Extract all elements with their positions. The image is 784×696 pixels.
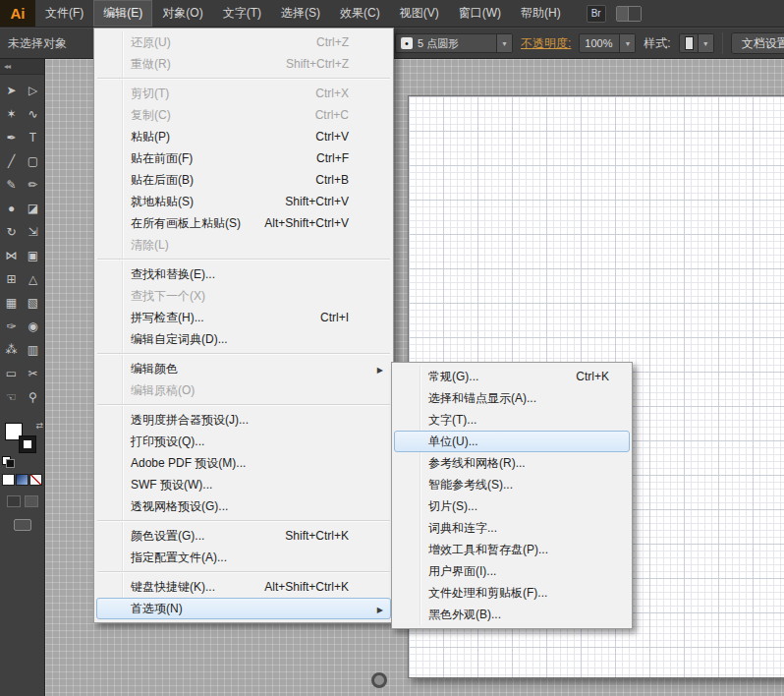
slice-tool[interactable]: ✂ [23, 362, 44, 385]
tool-icon: ↻ [6, 225, 16, 239]
preferences-submenu-item[interactable]: 选择和锚点显示(A)... ▶ [394, 387, 630, 409]
menubar-item[interactable]: 选择(S) [271, 0, 330, 27]
preferences-submenu-item[interactable]: 单位(U)... ▶ [394, 431, 630, 452]
menubar-item[interactable]: 效果(C) [330, 0, 390, 27]
mesh-tool[interactable]: ▦ [1, 291, 23, 315]
screen-mode-button[interactable] [14, 519, 31, 531]
rectangle-tool[interactable]: ▢ [23, 149, 44, 173]
edit-menu-item[interactable]: 透明度拼合器预设(J)... ▶ [96, 409, 391, 431]
pen-tool[interactable]: ✒ [1, 126, 23, 149]
menu-item-label: 首选项(N) [131, 601, 183, 617]
edit-menu-item[interactable]: 重做(R) Shift+Ctrl+Z ▶ [96, 53, 391, 75]
edit-menu-item[interactable]: ▶ [97, 568, 390, 576]
edit-menu-item[interactable]: 首选项(N) ▶ [96, 598, 391, 619]
pencil-tool[interactable]: ✏ [23, 173, 44, 197]
direct-selection-tool[interactable]: ▷ [23, 79, 44, 102]
symbol-sprayer-tool[interactable]: ⁂ [1, 338, 23, 362]
none-button[interactable] [29, 474, 42, 486]
edit-menu-item[interactable]: 就地粘贴(S) Shift+Ctrl+V ▶ [96, 191, 391, 212]
preferences-submenu-item[interactable]: 用户界面(I)... ▶ [394, 560, 630, 582]
selection-tool[interactable]: ➤ [1, 79, 23, 102]
edit-menu-item[interactable]: 贴在前面(F) Ctrl+F ▶ [96, 147, 391, 169]
bridge-button[interactable]: Br [587, 5, 606, 23]
default-fill-stroke-icon[interactable] [2, 456, 14, 466]
preferences-submenu-item[interactable]: 切片(S)... ▶ [394, 495, 630, 517]
edit-menu-item[interactable]: 复制(C) Ctrl+C ▶ [96, 104, 391, 126]
menu-item-shortcut: Shift+Ctrl+V [285, 195, 382, 208]
preferences-submenu-item[interactable]: 文字(T)... ▶ [394, 409, 630, 431]
edit-menu-item[interactable]: ▶ [97, 517, 390, 525]
column-graph-tool[interactable]: ▥ [23, 338, 44, 362]
menubar-item[interactable]: 对象(O) [152, 0, 212, 27]
edit-menu-item[interactable]: 编辑颜色 ▶ [96, 358, 391, 379]
free-transform-tool[interactable]: ▣ [23, 244, 44, 267]
preferences-submenu-item[interactable]: 词典和连字... ▶ [394, 517, 630, 539]
shape-builder-tool[interactable]: ⊞ [1, 267, 23, 291]
preferences-submenu-item[interactable]: 增效工具和暂存盘(P)... ▶ [394, 539, 630, 560]
edit-menu-item[interactable]: ▶ [97, 75, 390, 83]
width-tool[interactable]: ⋈ [1, 244, 23, 267]
edit-menu-item[interactable]: ▶ [97, 401, 390, 409]
artboard-tool[interactable]: ▭ [1, 362, 23, 385]
edit-menu-item[interactable]: 在所有画板上粘贴(S) Alt+Shift+Ctrl+V ▶ [96, 212, 391, 234]
eyedropper-tool[interactable]: ✑ [1, 315, 23, 338]
zoom-tool[interactable]: ⚲ [23, 385, 44, 409]
edit-menu-item[interactable]: 颜色设置(G)... Shift+Ctrl+K ▶ [96, 525, 391, 547]
edit-menu-item[interactable]: 编辑自定词典(D)... ▶ [96, 328, 391, 350]
preferences-submenu-item[interactable]: 黑色外观(B)... ▶ [394, 604, 630, 625]
blend-tool[interactable]: ◉ [23, 315, 44, 338]
edit-menu-item[interactable]: 透视网格预设(G)... ▶ [96, 495, 391, 517]
scale-tool[interactable]: ⇲ [23, 220, 44, 244]
color-button[interactable] [2, 474, 15, 486]
lasso-tool[interactable]: ∿ [23, 102, 44, 126]
opacity-select[interactable]: 100% ▼ [579, 33, 636, 53]
edit-menu-item[interactable]: 剪切(T) Ctrl+X ▶ [96, 83, 391, 104]
magic-wand-tool[interactable]: ✶ [1, 102, 23, 126]
edit-menu-item[interactable]: 查找和替换(E)... ▶ [96, 263, 391, 285]
menubar-item[interactable]: 帮助(H) [511, 0, 571, 27]
gradient-tool[interactable]: ▧ [23, 291, 44, 315]
document-setup-button[interactable]: 文档设置 [731, 32, 784, 54]
blob-brush-tool[interactable]: ● [1, 197, 23, 220]
brush-definition-select[interactable]: • 5 点圆形 ▼ [395, 33, 513, 53]
draw-behind-button[interactable] [25, 495, 38, 507]
eraser-tool[interactable]: ◪ [23, 197, 44, 220]
opacity-link[interactable]: 不透明度: [521, 35, 571, 52]
edit-menu-item[interactable]: 还原(U) Ctrl+Z ▶ [96, 31, 391, 53]
stroke-color-swatch[interactable] [19, 435, 36, 453]
hand-tool[interactable]: ☜ [1, 385, 23, 409]
type-tool[interactable]: T [23, 126, 44, 149]
menubar-item[interactable]: 文件(F) [35, 0, 93, 27]
draw-normal-button[interactable] [7, 495, 21, 507]
preferences-submenu-item[interactable]: 常规(G)... Ctrl+K ▶ [394, 366, 630, 387]
edit-menu-item[interactable]: 打印预设(Q)... ▶ [96, 431, 391, 452]
edit-menu-item[interactable]: 拼写检查(H)... Ctrl+I ▶ [96, 307, 391, 328]
menubar-item[interactable]: 编辑(E) [93, 0, 152, 27]
line-segment-tool[interactable]: ╱ [1, 149, 23, 173]
preferences-submenu-item[interactable]: 参考线和网格(R)... ▶ [394, 452, 630, 474]
preferences-submenu-item[interactable]: 文件处理和剪贴板(F)... ▶ [394, 582, 630, 604]
edit-menu-item[interactable]: 粘贴(P) Ctrl+V ▶ [96, 126, 391, 147]
edit-menu-item[interactable]: 键盘快捷键(K)... Alt+Shift+Ctrl+K ▶ [96, 576, 391, 598]
preferences-submenu-item[interactable]: 智能参考线(S)... ▶ [394, 474, 630, 495]
menubar-item[interactable]: 视图(V) [390, 0, 449, 27]
edit-menu-item[interactable]: 清除(L) ▶ [96, 234, 391, 256]
perspective-grid-tool[interactable]: △ [23, 267, 44, 291]
swap-fill-stroke-icon[interactable]: ⇄ [35, 421, 43, 431]
edit-menu-item[interactable]: Adobe PDF 预设(M)... ▶ [96, 452, 391, 474]
gradient-button[interactable] [16, 474, 28, 486]
edit-menu-item[interactable]: 查找下一个(X) ▶ [96, 285, 391, 307]
edit-menu-item[interactable]: SWF 预设(W)... ▶ [96, 474, 391, 495]
workspace-switcher-icon[interactable] [616, 6, 642, 22]
edit-menu-item[interactable]: 编辑原稿(O) ▶ [96, 379, 391, 401]
panel-collapse-icon[interactable]: ◂◂ [0, 59, 44, 75]
menubar-item[interactable]: 窗口(W) [449, 0, 511, 27]
rotate-tool[interactable]: ↻ [1, 220, 23, 244]
edit-menu-item[interactable]: ▶ [97, 256, 390, 263]
menubar-item[interactable]: 文字(T) [213, 0, 271, 27]
style-swatch-select[interactable]: ▼ [679, 33, 714, 53]
paintbrush-tool[interactable]: ✎ [1, 173, 23, 197]
edit-menu-item[interactable]: 指定配置文件(A)... ▶ [96, 547, 391, 568]
edit-menu-item[interactable]: 贴在后面(B) Ctrl+B ▶ [96, 169, 391, 191]
edit-menu-item[interactable]: ▶ [97, 350, 390, 358]
